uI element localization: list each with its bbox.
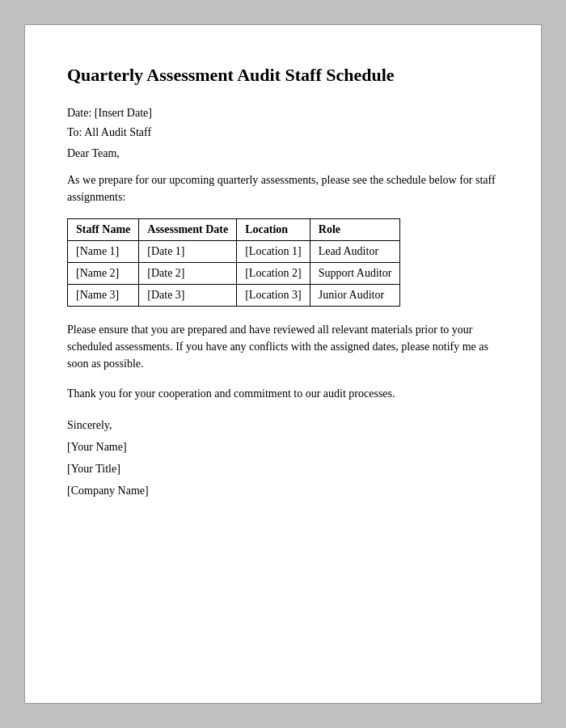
schedule-table: Staff Name Assessment Date Location Role… xyxy=(67,218,400,307)
col-header-role: Role xyxy=(310,218,400,240)
closing-block: Sincerely, [Your Name] [Your Title] [Com… xyxy=(67,415,499,502)
document-container: Quarterly Assessment Audit Staff Schedul… xyxy=(24,24,542,704)
col-header-staff: Staff Name xyxy=(68,218,139,240)
table-header-row: Staff Name Assessment Date Location Role xyxy=(68,218,400,240)
table-cell: [Name 1] xyxy=(68,240,139,262)
table-row: [Name 3][Date 3][Location 3]Junior Audit… xyxy=(68,284,400,306)
table-cell: [Date 3] xyxy=(139,284,237,306)
sincerely-line: Sincerely, xyxy=(67,415,499,435)
your-name-line: [Your Name] xyxy=(67,437,499,457)
table-cell: [Location 1] xyxy=(237,240,310,262)
thank-you-paragraph: Thank you for your cooperation and commi… xyxy=(67,385,499,402)
col-header-location: Location xyxy=(237,218,310,240)
col-header-date: Assessment Date xyxy=(139,218,237,240)
table-cell: [Name 2] xyxy=(68,262,139,284)
table-cell: [Date 2] xyxy=(139,262,237,284)
body-paragraph: Please ensure that you are prepared and … xyxy=(67,321,499,372)
document-title: Quarterly Assessment Audit Staff Schedul… xyxy=(67,64,499,87)
table-cell: [Name 3] xyxy=(68,284,139,306)
to-line: To: All Audit Staff xyxy=(67,126,499,139)
table-cell: Lead Auditor xyxy=(310,240,400,262)
table-cell: [Date 1] xyxy=(139,240,237,262)
intro-paragraph: As we prepare for our upcoming quarterly… xyxy=(67,171,499,205)
company-name-line: [Company Name] xyxy=(67,480,499,501)
table-cell: [Location 2] xyxy=(237,262,310,284)
table-row: [Name 2][Date 2][Location 2]Support Audi… xyxy=(68,262,400,284)
table-row: [Name 1][Date 1][Location 1]Lead Auditor xyxy=(68,240,400,262)
table-cell: Junior Auditor xyxy=(310,284,400,306)
your-title-line: [Your Title] xyxy=(67,459,499,479)
date-line: Date: [Insert Date] xyxy=(67,107,499,120)
dear-line: Dear Team, xyxy=(67,147,499,160)
table-cell: Support Auditor xyxy=(310,262,400,284)
table-cell: [Location 3] xyxy=(237,284,310,306)
